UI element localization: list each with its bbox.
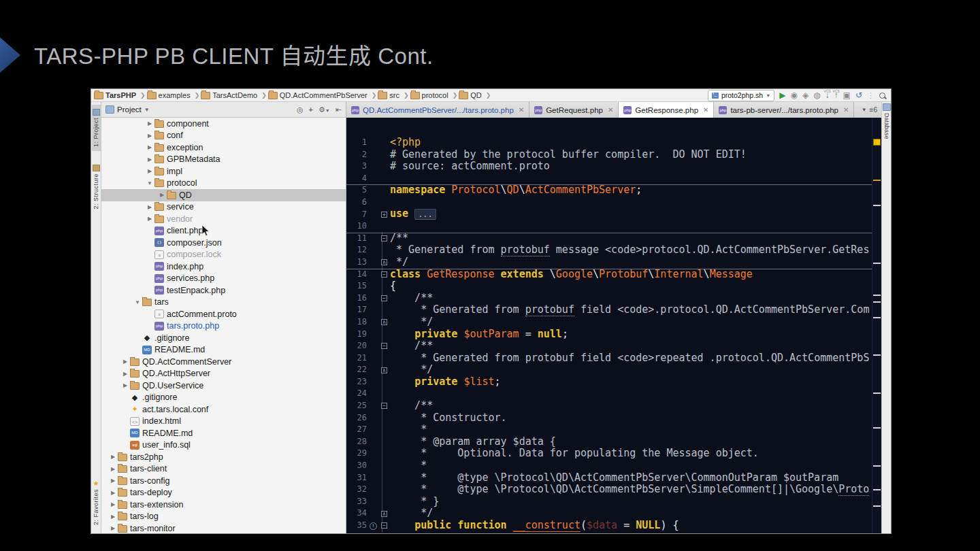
tree-file-.gitignore[interactable]: ◆.gitignore [101,392,346,404]
tree-folder-tars-extension[interactable]: ▶tars-extension [101,499,346,511]
editor-tab[interactable]: phptars-pb-server/.../tars.proto.php✕ [714,102,854,118]
tree-folder-protocol[interactable]: ▼protocol [101,178,346,190]
code-line-33[interactable]: 33 * } [346,496,881,508]
code-line-29[interactable]: 29 * Optional. Data for populating the M… [346,448,881,460]
chevron-collapsed-icon[interactable]: ▶ [108,454,118,460]
code-line-5[interactable]: 5namespace Protocol\QD\ActCommentPbServe… [346,184,881,197]
tree-folder-service[interactable]: ▶service [101,201,346,214]
code-line-4[interactable]: 4 [346,173,881,185]
code-line-18[interactable]: 18∧ */ [346,316,881,329]
tree-folder-QD.ActHttpServer[interactable]: ▶QD.ActHttpServer [101,368,346,380]
tree-folder-impl[interactable]: ▶impl [101,165,346,178]
breadcrumb-item[interactable]: examples❯ [147,91,200,99]
debug-icon[interactable]: ◉ [790,91,797,99]
chevron-collapsed-icon[interactable]: ▶ [120,382,130,388]
tree-file-services.php[interactable]: phpservices.php [101,273,346,285]
chevron-collapsed-icon[interactable]: ▶ [145,133,154,139]
code-line-2[interactable]: 2# Generated by the protocol buffer comp… [346,149,881,161]
tree-folder-tars-config[interactable]: ▶tars-config [101,475,346,487]
tool-button-structure[interactable]: 2: Structure [92,161,101,214]
tree-folder-tars[interactable]: ▼tars [101,297,346,309]
fold-marker-icon[interactable]: − [378,343,390,349]
chevron-down-icon[interactable]: ▼ [862,107,867,113]
chevron-expanded-icon[interactable]: ▼ [133,299,142,305]
chevron-collapsed-icon[interactable]: ▶ [108,514,118,520]
hide-panel-icon[interactable]: ⇤ [336,105,342,114]
fold-marker-icon[interactable]: ∧ [378,319,390,325]
tree-file-actComment.proto[interactable]: ≡actComment.proto [101,308,346,320]
breadcrumb-item[interactable]: src❯ [378,91,408,99]
gear-icon[interactable]: ⚙▼ [318,105,330,114]
tree-file-tars.proto.php[interactable]: phptars.proto.php [101,320,346,333]
chevron-collapsed-icon[interactable]: ▶ [145,144,154,150]
tree-folder-conf[interactable]: ▶conf [101,130,346,142]
close-icon[interactable]: ✕ [843,106,849,114]
coverage-icon[interactable]: ◈ [802,91,808,99]
tree-folder-component[interactable]: ▶component [101,118,346,130]
run-config-select[interactable]: proto2php.sh ▼ [708,90,774,101]
code-line-17[interactable]: 17 * Generated from protobuf field <code… [346,304,881,316]
code-line-31[interactable]: 31 * @type \Protocol\QD\ActCommentPbServ… [346,472,881,484]
chevron-collapsed-icon[interactable]: ▶ [145,216,154,222]
code-line-15[interactable]: 15{ [346,280,881,293]
breadcrumb-item[interactable]: TarsPHP❯ [94,91,146,99]
tool-button-favorites[interactable]: ★ 2: Favorites [92,475,100,529]
fold-marker-icon[interactable]: ∧ [378,259,390,265]
breadcrumb-item[interactable]: TarsActDemo❯ [201,91,267,99]
tree-file-user_info.sql[interactable]: sqluser_info.sql [101,439,346,452]
vcs-commit-icon[interactable]: VCS↑ [834,91,838,99]
tree-folder-QD.ActCommentServer[interactable]: ▶QD.ActCommentServer [101,356,346,368]
code-line-35[interactable]: 35↑− public function __construct($data =… [346,520,881,532]
tree-folder-GPBMetadata[interactable]: ▶GPBMetadata [101,154,346,166]
code-line-20[interactable]: 20− /** [346,340,881,352]
code-line-19[interactable]: 19 private $outParam = null; [346,329,881,341]
close-icon[interactable]: ✕ [519,106,524,114]
tree-folder-vendor[interactable]: ▶vendor [101,213,346,225]
breadcrumb-item[interactable]: QD❯ [459,91,491,99]
tree-file-README.md[interactable]: MDREADME.md [101,427,346,439]
locate-file-icon[interactable]: ◎ [297,105,304,114]
fold-marker-icon[interactable]: − [378,295,390,301]
code-line-12[interactable]: 12 * Generated from protobuf message <co… [346,244,881,256]
chevron-collapsed-icon[interactable]: ▶ [108,525,118,531]
breadcrumb-item[interactable]: QD.ActCommentPbServer❯ [268,91,377,99]
chevron-collapsed-icon[interactable]: ▶ [108,478,118,484]
vcs-update-icon[interactable]: VCS↓ [826,91,830,99]
search-icon[interactable] [879,93,885,99]
code-line-22[interactable]: 22∧ */ [346,364,881,376]
override-method-icon[interactable]: ↑ [368,522,378,530]
close-icon[interactable]: ✕ [703,106,708,114]
collapse-all-icon[interactable]: + [309,105,313,114]
tree-file-.gitignore[interactable]: ◆.gitignore [101,332,346,344]
tree-file-testEnpack.php[interactable]: phptestEnpack.php [101,284,346,297]
changes-icon[interactable]: ▣ [843,91,851,99]
code-line-16[interactable]: 16− /** [346,293,881,305]
tree-folder-exception[interactable]: ▶exception [101,141,346,154]
fold-marker-icon[interactable]: + [378,212,390,218]
code-line-21[interactable]: 21 * Generated from protobuf field <code… [346,352,881,365]
tree-file-composer.json[interactable]: { }composer.json [101,237,346,249]
tab-list-icon[interactable]: ≡6 [870,106,877,114]
fold-marker-icon[interactable]: − [378,403,390,409]
code-line-25[interactable]: 25− /** [346,400,881,412]
chevron-collapsed-icon[interactable]: ▶ [108,501,118,507]
chevron-collapsed-icon[interactable]: ▶ [120,371,130,377]
code-line-14[interactable]: 14−class GetResponse extends \Google\Pro… [346,269,881,281]
rollback-icon[interactable]: ↺ [855,91,862,99]
code-line-27[interactable]: 27 * [346,424,881,436]
chevron-collapsed-icon[interactable]: ▶ [145,204,154,210]
code-line-26[interactable]: 26 * Constructor. [346,412,881,424]
tree-folder-tars2php[interactable]: ▶tars2php [101,451,346,463]
chevron-collapsed-icon[interactable]: ▶ [108,490,118,496]
tree-folder-tars-deploy[interactable]: ▶tars-deploy [101,487,346,499]
code-line-30[interactable]: 30 * [346,460,881,472]
code-line-7[interactable]: 7+use ... [346,209,881,221]
close-icon[interactable]: ✕ [608,106,613,114]
breadcrumb-item[interactable]: protocol❯ [410,91,458,99]
tree-file-composer.lock[interactable]: ≡composer.lock [101,249,346,261]
fold-marker-icon[interactable]: − [378,235,390,241]
code-line-10[interactable]: 10 [346,220,881,233]
code-line-23[interactable]: 23 private $list; [346,376,881,388]
tool-button-project[interactable]: 1: Project [92,105,101,151]
chevron-collapsed-icon[interactable]: ▶ [145,156,154,163]
